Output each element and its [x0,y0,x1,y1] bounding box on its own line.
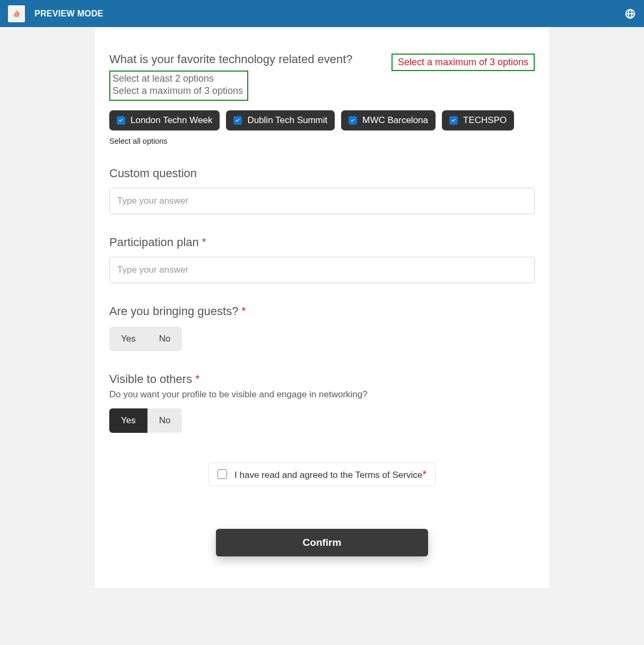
terms-box[interactable]: I have read and agreed to the Terms of S… [208,463,436,486]
form-card: What is your favorite technology related… [94,27,550,589]
required-asterisk: * [422,468,427,480]
option-label: TECHSPO [463,115,507,126]
required-asterisk: * [195,373,199,385]
participation-label-row: Participation plan * [109,236,535,249]
question1-title: What is your favorite technology related… [109,53,353,66]
terms-text: I have read and agreed to the Terms of S… [234,468,427,481]
custom-question-input[interactable] [109,188,535,214]
guests-toggle: Yes No [109,327,182,351]
question1-header: What is your favorite technology related… [109,53,535,107]
participation-label: Participation plan [109,236,199,249]
terms-checkbox[interactable] [217,469,227,479]
required-asterisk: * [241,305,246,317]
visible-subtext: Do you want your profile to be visible a… [109,389,535,400]
visible-section: Visible to others * Do you want your pro… [109,372,535,433]
guests-section: Are you bringing guests? * Yes No [109,304,535,351]
visible-label-row: Visible to others * [109,372,535,386]
checkbox-icon [349,116,357,125]
question1-hint-min: Select at least 2 options [112,73,243,85]
option-techspo[interactable]: TECHSPO [442,110,514,130]
custom-question-label: Custom question [109,167,535,180]
checkbox-icon [449,116,458,125]
guests-label: Are you bringing guests? [109,304,238,318]
main-container: What is your favorite technology related… [0,27,644,610]
checkbox-icon [117,116,125,125]
option-label: MWC Barcelona [362,115,428,126]
confirm-wrap: Confirm [109,529,535,556]
guests-label-row: Are you bringing guests? * [109,304,535,318]
question1-hint-max: Select a maximum of 3 options [112,85,243,97]
confirm-button[interactable]: Confirm [216,529,428,556]
participation-input[interactable] [109,257,535,283]
app-logo[interactable]: ⛵ [8,5,25,22]
terms-wrap: I have read and agreed to the Terms of S… [109,463,535,486]
required-asterisk: * [202,236,206,248]
visible-no-button[interactable]: No [147,408,182,433]
header-left: ⛵ PREVIEW MODE [8,5,103,22]
option-london[interactable]: London Techn Week [109,110,220,130]
select-all-link[interactable]: Select all options [109,137,535,145]
option-mwc[interactable]: MWC Barcelona [341,110,436,130]
globe-icon[interactable] [624,8,636,20]
guests-no-button[interactable]: No [147,327,182,351]
option-label: Dublin Tech Summit [247,115,327,126]
visible-label: Visible to others [109,372,192,386]
question1-error: Select a maximum of 3 options [391,54,535,71]
header-title: PREVIEW MODE [34,9,103,19]
custom-question-section: Custom question [109,167,535,214]
question1-hints: Select at least 2 options Select a maxim… [109,71,248,101]
option-dublin[interactable]: Dublin Tech Summit [226,110,335,130]
visible-yes-button[interactable]: Yes [109,408,147,433]
header-bar: ⛵ PREVIEW MODE [0,0,644,27]
question1-left: What is your favorite technology related… [109,53,353,107]
participation-section: Participation plan * [109,236,535,283]
visible-toggle: Yes No [109,408,182,433]
question1-options: London Techn Week Dublin Tech Summit MWC… [109,110,535,130]
checkbox-icon [233,116,242,125]
guests-yes-button[interactable]: Yes [109,327,147,351]
option-label: London Techn Week [130,115,212,126]
